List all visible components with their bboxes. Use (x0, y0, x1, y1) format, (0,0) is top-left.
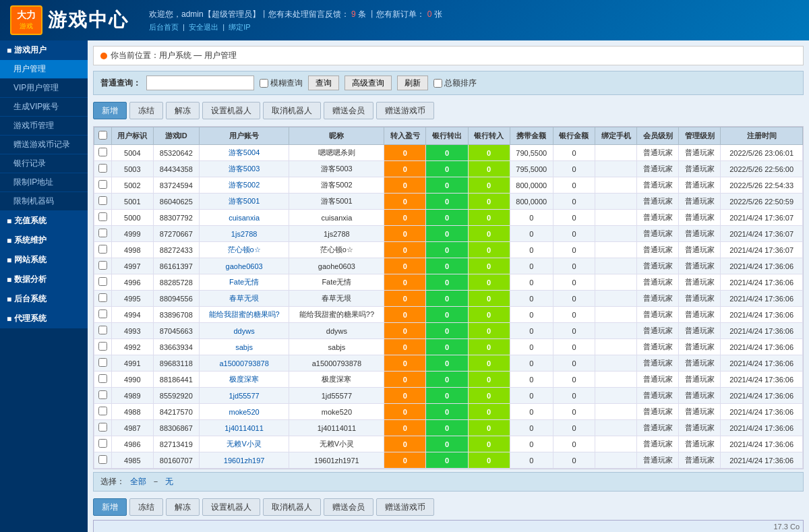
sidebar-group-recharge[interactable]: ■ 充值系统 (0, 211, 88, 231)
sidebar-item-restrict-machine[interactable]: 限制机器码 (0, 192, 88, 211)
row-checkbox[interactable] (98, 423, 107, 432)
refresh-button[interactable]: 刷新 (397, 76, 428, 90)
cell-account[interactable]: gaohe0603 (199, 258, 289, 274)
row-checkbox[interactable] (98, 196, 107, 205)
unfreeze-button[interactable]: 解冻 (166, 102, 200, 119)
cancel-robot-button[interactable]: 取消机器人 (263, 102, 321, 119)
cell-account[interactable]: 1jd55577 (199, 388, 289, 404)
total-rank-checkbox[interactable] (433, 79, 442, 88)
sidebar-group-maintenance[interactable]: ■ 系统维护 (0, 231, 88, 250)
nav-logout-link[interactable]: 安全退出 (189, 23, 218, 31)
search-input[interactable] (146, 76, 254, 90)
cell-account[interactable]: cuisanxia (199, 210, 289, 226)
sidebar-item-restrict-ip[interactable]: 限制IP地址 (0, 173, 88, 192)
cell-bank-amount: 0 (553, 291, 595, 307)
cell-game-id: 84217570 (153, 404, 199, 420)
row-checkbox[interactable] (98, 439, 107, 448)
cell-account[interactable]: sabjs (199, 339, 289, 355)
advanced-search-button[interactable]: 高级查询 (344, 76, 392, 90)
sidebar-item-game-coin[interactable]: 游戏币管理 (0, 117, 88, 136)
cell-reg-time: 2021/4/24 17:36:06 (721, 436, 803, 452)
row-checkbox[interactable] (98, 358, 107, 367)
cell-bank-in: 0 (468, 258, 510, 274)
gift-member-button-bottom[interactable]: 赠送会员 (324, 498, 373, 516)
cell-reg-time: 2021/4/24 17:36:06 (721, 420, 803, 436)
cell-account[interactable]: 游客5003 (199, 161, 289, 177)
sidebar-item-bank-records[interactable]: 银行记录 (0, 154, 88, 173)
sidebar-link-user-management[interactable]: 用户管理 (13, 64, 46, 73)
set-robot-button-bottom[interactable]: 设置机器人 (202, 498, 260, 516)
cell-nickname: 1js2788 (289, 226, 384, 242)
cell-account[interactable]: Fate无情 (199, 274, 289, 291)
row-checkbox[interactable] (98, 455, 107, 464)
cell-account[interactable]: 游客5002 (199, 177, 289, 194)
row-checkbox[interactable] (98, 229, 107, 237)
select-all-link[interactable]: 全部 (130, 476, 146, 487)
cell-user-id: 4985 (111, 452, 153, 469)
row-checkbox[interactable] (98, 180, 107, 189)
row-checkbox[interactable] (98, 390, 107, 399)
cell-account[interactable]: 能给我甜蜜的糖果吗? (199, 307, 289, 323)
cell-account[interactable]: 1js2788 (199, 226, 289, 242)
cell-account[interactable]: 无赖V小灵 (199, 436, 289, 452)
cell-manage-level: 普通玩家 (679, 145, 721, 161)
sidebar-item-user-management[interactable]: 用户管理 (0, 60, 88, 79)
search-button[interactable]: 查询 (308, 76, 339, 90)
cell-member-level: 普通玩家 (637, 258, 679, 274)
row-checkbox[interactable] (98, 261, 107, 270)
cell-account[interactable]: 极度深寒 (199, 372, 289, 388)
row-checkbox[interactable] (98, 342, 107, 351)
cell-account[interactable]: 1j40114011 (199, 420, 289, 436)
new-button[interactable]: 新增 (93, 102, 127, 119)
select-all-checkbox[interactable] (98, 131, 107, 140)
gift-game-button[interactable]: 赠送游戏币 (376, 102, 434, 119)
gift-game-button-bottom[interactable]: 赠送游戏币 (376, 498, 434, 516)
cell-account[interactable]: a15000793878 (199, 355, 289, 372)
breadcrumb-dot (100, 53, 107, 59)
sidebar-group-gaming-users[interactable]: ■ 游戏用户 (0, 40, 88, 60)
row-checkbox[interactable] (98, 407, 107, 415)
set-robot-button[interactable]: 设置机器人 (202, 102, 260, 119)
cell-profit: 0 (384, 339, 426, 355)
cancel-robot-button-bottom[interactable]: 取消机器人 (263, 498, 321, 516)
freeze-button-bottom[interactable]: 冻结 (129, 498, 163, 516)
cell-account[interactable]: moke520 (199, 404, 289, 420)
sidebar-item-generate-vip[interactable]: 生成VIP账号 (0, 98, 88, 117)
sidebar-group-website[interactable]: ■ 网站系统 (0, 250, 88, 270)
row-checkbox[interactable] (98, 245, 107, 254)
cell-account[interactable]: 游客5004 (199, 145, 289, 161)
cell-reg-time: 2021/4/24 17:36:07 (721, 226, 803, 242)
row-checkbox[interactable] (98, 374, 107, 383)
unfreeze-button-bottom[interactable]: 解冻 (166, 498, 200, 516)
freeze-button[interactable]: 冻结 (129, 102, 163, 119)
deselect-link[interactable]: 无 (165, 476, 173, 487)
row-checkbox[interactable] (98, 164, 107, 173)
col-account: 用户账号 (199, 127, 289, 145)
cell-account[interactable]: 游客5001 (199, 194, 289, 210)
cell-carry: 0 (510, 210, 553, 226)
cell-bank-out: 0 (426, 274, 468, 291)
row-checkbox[interactable] (98, 212, 107, 221)
cell-account[interactable]: 春草无垠 (199, 291, 289, 307)
table-row: 499189683118a15000793878a150007938780000… (94, 355, 803, 372)
cell-nickname: 茫心顿ο☆ (289, 242, 384, 258)
sidebar-item-vip-management[interactable]: VIP用户管理 (0, 79, 88, 98)
row-checkbox[interactable] (98, 293, 107, 302)
cell-account[interactable]: 茫心顿ο☆ (199, 242, 289, 258)
sidebar-group-data[interactable]: ■ 数据分析 (0, 270, 88, 289)
cell-game-id: 86040625 (153, 194, 199, 210)
fuzzy-query-checkbox[interactable] (260, 79, 268, 88)
sidebar-group-backend[interactable]: ■ 后台系统 (0, 289, 88, 309)
nav-bind-ip-link[interactable]: 绑定IP (229, 23, 250, 31)
sidebar-item-gift-records[interactable]: 赠送游戏币记录 (0, 136, 88, 154)
cell-account[interactable]: 19601zh197 (199, 452, 289, 469)
row-checkbox[interactable] (98, 148, 107, 156)
sidebar-group-agent[interactable]: ■ 代理系统 (0, 309, 88, 328)
row-checkbox[interactable] (98, 309, 107, 318)
row-checkbox[interactable] (98, 277, 107, 286)
gift-member-button[interactable]: 赠送会员 (324, 102, 373, 119)
nav-backend-link[interactable]: 后台首页 (149, 23, 179, 31)
cell-account[interactable]: ddyws (199, 323, 289, 339)
new-button-bottom[interactable]: 新增 (93, 498, 127, 516)
row-checkbox[interactable] (98, 326, 107, 334)
